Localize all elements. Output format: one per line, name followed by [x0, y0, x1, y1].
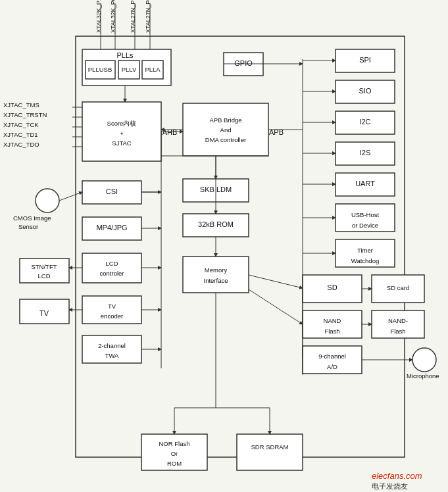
apb-bridge-dma: DMA controller: [205, 136, 246, 143]
sd-card-label: SD card: [387, 284, 409, 291]
twa-block: [82, 335, 141, 363]
xjtac-tck-label: XJTAC_TCK: [3, 121, 39, 128]
lcd-ctrl-label: LCD: [105, 260, 118, 267]
usb-host-label: USB-Host: [351, 211, 380, 218]
i2s-label: I2S: [360, 149, 371, 157]
memory-if-block: [183, 257, 249, 293]
lcd-ctrl-label2: controler: [100, 270, 124, 277]
adc-label2: A/D: [327, 363, 337, 370]
memory-if-label2: Interface: [204, 277, 228, 284]
tv-enc-label: TV: [108, 303, 116, 310]
gpio-label: GPIO: [234, 59, 253, 67]
spi-label: SPI: [359, 56, 371, 64]
sio-label: SIO: [359, 87, 372, 95]
uart-label: UART: [355, 180, 375, 187]
apb-bridge-label: APB Bridge: [209, 116, 241, 124]
brand-elecfans: elecfans.com: [372, 471, 422, 481]
nand-flash-label: NAND: [324, 317, 341, 324]
plls-label: PLLs: [116, 51, 134, 59]
cmos-label: CMOS Image: [13, 214, 51, 222]
twa-label: 2-channel: [98, 342, 126, 349]
csi-label: CSI: [106, 187, 118, 195]
nor-flash-label: NOR Flash: [159, 440, 190, 447]
plla-label: PLLA: [145, 66, 161, 73]
microphone-circle: [412, 348, 436, 372]
stn-tft-label: STN/TFT: [31, 263, 57, 270]
pllv-label: PLLV: [122, 66, 137, 73]
stn-tft-label2: LCD: [37, 272, 50, 280]
lcd-ctrl-block: [82, 253, 141, 283]
xjtac-tms-label: XJTAC_TMS: [3, 101, 39, 109]
nand-flash-label2: Flash: [324, 328, 339, 335]
timer-label: Timer: [357, 247, 373, 254]
tv-enc-label2: encoder: [101, 312, 123, 320]
xjtac-td1-label: XJTAC_TD1: [3, 131, 38, 138]
sdr-label: SDR SDRAM: [251, 443, 288, 451]
rom-label: 32kB ROM: [198, 220, 234, 228]
tv-enc-block: [82, 296, 141, 324]
sdr-block: [237, 434, 303, 470]
score-plus: +: [120, 130, 124, 137]
score-sjtac: SJTAC: [112, 139, 132, 147]
xjtac-tdo-label: XJTAC_TDO: [3, 141, 39, 148]
pllusb-label: PLLUSB: [88, 66, 112, 73]
score-label: Score内核: [107, 120, 137, 127]
mp4jpg-label: MP4/JPG: [96, 224, 127, 232]
nand-ext-label: NAND-: [388, 317, 408, 324]
usb-host-label2: or Device: [352, 222, 378, 229]
twa-label2: TWA: [105, 352, 119, 359]
tv-ext-label: TV: [39, 309, 49, 317]
timer-label2: Watchdog: [351, 257, 379, 264]
xjtac-trstn-label: XJTAC_TRSTN: [3, 111, 47, 118]
sd-label: SD: [327, 283, 337, 291]
brand-cn: 电子发烧友: [372, 482, 408, 490]
adc-label: 9-channel: [318, 353, 346, 360]
nor-flash-or: Or: [171, 450, 178, 457]
i2c-label: I2C: [359, 118, 370, 126]
memory-if-label: Memory: [205, 266, 228, 274]
nand-ext-label2: Flash: [390, 328, 405, 335]
cmos-circle: [36, 189, 59, 212]
apb-bridge-and: And: [220, 126, 232, 134]
microphone-label: Microphone: [407, 372, 439, 380]
diagram-container: XTAL32K_P1 XTAL32K_P0 XTAL27N_P1 XTAL27N…: [0, 0, 448, 492]
nor-flash-rom: ROM: [167, 460, 182, 467]
cmos-label2: Sensor: [18, 223, 38, 230]
